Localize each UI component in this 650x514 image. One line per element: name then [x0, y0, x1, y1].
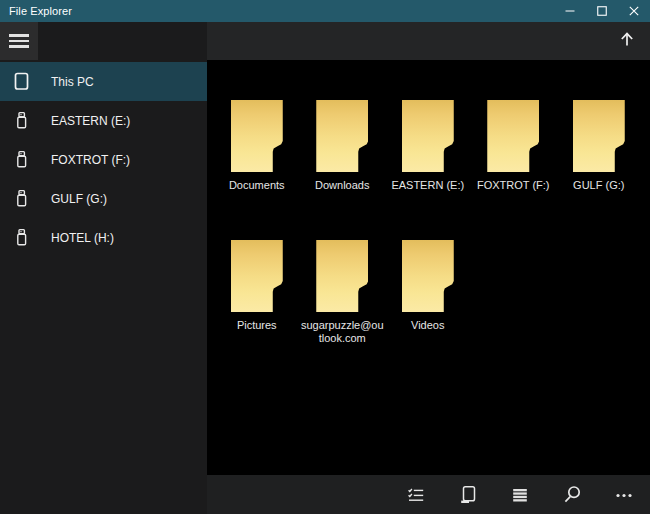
folder-view: Documents Downloads EASTERN (E:) FOXTROT… [207, 60, 650, 475]
sidebar-item-label: FOXTROT (F:) [51, 153, 130, 167]
sidebar-item-label: This PC [51, 75, 94, 89]
folder-icon [487, 100, 539, 172]
sidebar-item-label: EASTERN (E:) [51, 114, 130, 128]
list-view-icon [511, 486, 529, 504]
folder-label: GULF (G:) [557, 179, 641, 192]
folder-item-eastern-drive[interactable]: EASTERN (E:) [385, 100, 471, 240]
folder-icon [573, 100, 625, 172]
folder-item-documents[interactable]: Documents [214, 100, 300, 240]
device-button[interactable] [442, 475, 494, 514]
sidebar-item-this-pc[interactable]: This PC [0, 62, 207, 101]
folder-item-gulf-drive[interactable]: GULF (G:) [556, 100, 642, 240]
folder-label: Documents [215, 179, 299, 192]
close-button[interactable] [618, 0, 650, 22]
close-icon [629, 6, 639, 16]
title-bar: File Explorer [0, 0, 650, 22]
folder-label: Pictures [215, 319, 299, 332]
folder-item-sugarpuzzle-account[interactable]: sugarpuzzle@outlook.com [300, 240, 386, 380]
window-title: File Explorer [0, 5, 554, 17]
hamburger-menu-button[interactable] [0, 22, 38, 60]
folder-label: FOXTROT (F:) [471, 179, 555, 192]
usb-drive-icon [13, 111, 30, 130]
minimize-button[interactable] [554, 0, 586, 22]
up-arrow-icon [618, 30, 636, 52]
search-button[interactable] [546, 475, 598, 514]
folder-icon [231, 100, 283, 172]
usb-drive-icon [13, 189, 30, 208]
usb-drive-icon [13, 228, 30, 247]
file-explorer-window: File Explorer [0, 0, 650, 514]
navigate-up-button[interactable] [604, 22, 650, 60]
minimize-icon [565, 6, 575, 16]
more-icon [614, 486, 634, 504]
folder-label: Downloads [300, 179, 384, 192]
folder-icon [402, 100, 454, 172]
folder-icon [231, 240, 283, 312]
sidebar: This PC EASTERN (E:) FOXTROT (F:) [0, 60, 207, 514]
folder-grid: Documents Downloads EASTERN (E:) FOXTROT… [207, 60, 650, 380]
sidebar-item-foxtrot-drive[interactable]: FOXTROT (F:) [0, 140, 207, 179]
nav-command-bar [207, 22, 650, 60]
sidebar-item-hotel-drive[interactable]: HOTEL (H:) [0, 218, 207, 257]
folder-item-downloads[interactable]: Downloads [300, 100, 386, 240]
sidebar-item-label: HOTEL (H:) [51, 231, 114, 245]
search-icon [563, 485, 582, 504]
sidebar-item-eastern-drive[interactable]: EASTERN (E:) [0, 101, 207, 140]
list-view-button[interactable] [494, 475, 546, 514]
folder-label: sugarpuzzle@outlook.com [300, 319, 384, 345]
folder-label: Videos [386, 319, 470, 332]
pc-tablet-icon [13, 72, 30, 91]
folder-icon [402, 240, 454, 312]
multi-select-icon [407, 486, 425, 504]
maximize-button[interactable] [586, 0, 618, 22]
more-button[interactable] [598, 475, 650, 514]
navigation-row [0, 22, 650, 60]
usb-drive-icon [13, 150, 30, 169]
folder-item-foxtrot-drive[interactable]: FOXTROT (F:) [471, 100, 557, 240]
sidebar-item-label: GULF (G:) [51, 192, 107, 206]
sidebar-item-gulf-drive[interactable]: GULF (G:) [0, 179, 207, 218]
bottom-command-bar [207, 475, 650, 514]
folder-icon [316, 240, 368, 312]
folder-icon [316, 100, 368, 172]
device-icon [459, 485, 478, 504]
folder-label: EASTERN (E:) [386, 179, 470, 192]
maximize-icon [597, 6, 607, 16]
nav-left-pane [0, 22, 207, 60]
folder-item-pictures[interactable]: Pictures [214, 240, 300, 380]
multi-select-button[interactable] [390, 475, 442, 514]
folder-item-videos[interactable]: Videos [385, 240, 471, 380]
